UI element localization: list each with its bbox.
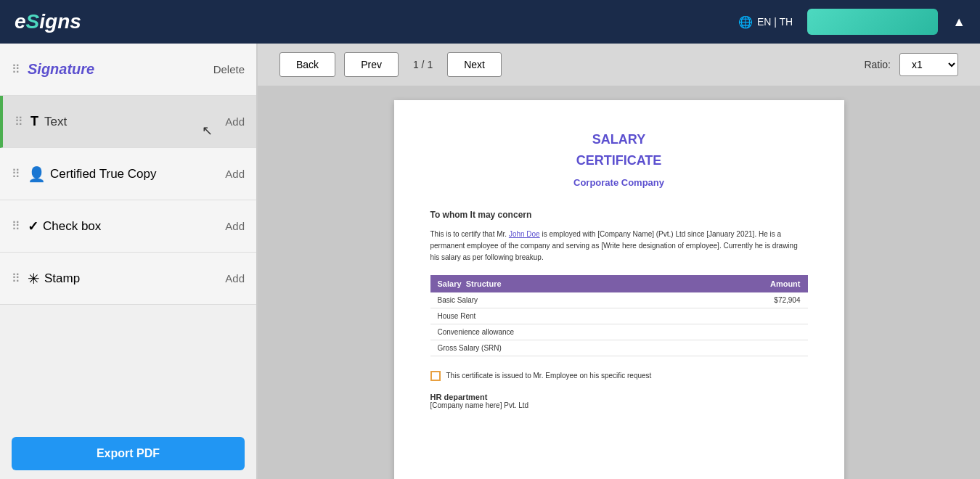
- doc-title: SALARY CERTIFICATE: [430, 129, 808, 171]
- row-amount: [684, 308, 808, 324]
- header-action-button[interactable]: [807, 9, 938, 35]
- drag-handle-certified[interactable]: ⠿: [12, 167, 20, 181]
- globe-icon: 🌐: [738, 15, 753, 29]
- language-selector[interactable]: 🌐 EN | TH: [738, 15, 793, 29]
- content-area: Back Prev 1 / 1 Next Ratio: x0.5 x0.75 x…: [258, 44, 980, 479]
- certified-icon: 👤: [28, 165, 46, 183]
- sidebar-item-certified[interactable]: ⠿ 👤 Certified True Copy Add: [0, 148, 256, 200]
- sidebar-export: Export PDF: [0, 428, 256, 479]
- certificate-checkbox[interactable]: [430, 371, 441, 381]
- company-footer: [Company name here] Pvt. Ltd: [430, 401, 808, 409]
- certified-label: Certified True Copy: [50, 167, 225, 181]
- header-right: 🌐 EN | TH ▲: [738, 9, 965, 35]
- row-label: House Rent: [430, 308, 684, 324]
- doc-body: This is to certify that Mr. John Doe is …: [430, 229, 808, 263]
- table-row: Basic Salary$72,904: [430, 292, 808, 308]
- text-label: Text: [44, 115, 225, 129]
- hr-department: HR department: [430, 393, 808, 401]
- col-structure: Salary Structure: [430, 275, 684, 292]
- row-amount: [684, 324, 808, 340]
- text-type-icon: T: [30, 114, 38, 129]
- chevron-up-icon[interactable]: ▲: [952, 15, 965, 30]
- add-text-button[interactable]: Add: [225, 115, 245, 128]
- drag-handle-checkbox[interactable]: ⠿: [12, 219, 20, 233]
- header: eSigns 🌐 EN | TH ▲: [0, 0, 980, 44]
- stamp-icon: ✳: [28, 270, 40, 287]
- sidebar: ⠿ Signature Delete ⠿ T Text Add ↖ ⠿ 👤 Ce…: [0, 44, 258, 479]
- row-label: Basic Salary: [430, 292, 684, 308]
- export-pdf-button[interactable]: Export PDF: [12, 437, 245, 470]
- doc-subtitle: Corporate Company: [430, 177, 808, 188]
- stamp-label: Stamp: [44, 271, 225, 286]
- document-viewer: SALARY CERTIFICATE Corporate Company To …: [258, 86, 980, 479]
- sidebar-item-stamp[interactable]: ⠿ ✳ Stamp Add: [0, 253, 256, 305]
- sidebar-item-text[interactable]: ⠿ T Text Add ↖: [0, 96, 256, 148]
- language-label: EN | TH: [757, 16, 793, 28]
- ratio-label: Ratio:: [864, 59, 891, 70]
- next-button[interactable]: Next: [447, 52, 502, 77]
- cursor-icon: ↖: [202, 123, 213, 139]
- back-button[interactable]: Back: [279, 52, 335, 77]
- prev-button[interactable]: Prev: [344, 52, 399, 77]
- page-info: 1 / 1: [407, 59, 438, 70]
- col-amount: Amount: [684, 275, 808, 292]
- certificate-text: This certificate is issued to Mr. Employ…: [446, 372, 652, 380]
- row-amount: $72,904: [684, 292, 808, 308]
- body-text: This is to certify that Mr.: [430, 230, 507, 238]
- main-layout: ⠿ Signature Delete ⠿ T Text Add ↖ ⠿ 👤 Ce…: [0, 44, 980, 479]
- sidebar-items: ⠿ Signature Delete ⠿ T Text Add ↖ ⠿ 👤 Ce…: [0, 44, 256, 428]
- row-amount: [684, 340, 808, 356]
- logo: eSigns: [15, 10, 81, 33]
- signature-label: Signature: [28, 61, 213, 78]
- salary-table: Salary Structure Amount Basic Salary$72,…: [430, 275, 808, 356]
- table-row: Convenience allowance: [430, 324, 808, 340]
- row-label: Gross Salary (SRN): [430, 340, 684, 356]
- doc-concern: To whom It may concern: [430, 210, 808, 220]
- checkbox-label: Check box: [43, 219, 225, 234]
- delete-signature-button[interactable]: Delete: [213, 63, 245, 75]
- toolbar: Back Prev 1 / 1 Next Ratio: x0.5 x0.75 x…: [258, 44, 980, 86]
- row-label: Convenience allowance: [430, 324, 684, 340]
- add-stamp-button[interactable]: Add: [225, 272, 245, 284]
- drag-handle-text[interactable]: ⠿: [15, 115, 23, 128]
- sidebar-item-signature[interactable]: ⠿ Signature Delete: [0, 44, 256, 96]
- ratio-select[interactable]: x0.5 x0.75 x1 x1.25 x1.5: [899, 53, 958, 76]
- employee-name: John Doe: [509, 230, 540, 238]
- table-row: Gross Salary (SRN): [430, 340, 808, 356]
- document-page: SALARY CERTIFICATE Corporate Company To …: [394, 100, 844, 479]
- table-row: House Rent: [430, 308, 808, 324]
- certificate-checkbox-row: This certificate is issued to Mr. Employ…: [430, 371, 808, 381]
- checkbox-icon: ✓: [28, 218, 38, 234]
- sidebar-item-checkbox[interactable]: ⠿ ✓ Check box Add: [0, 200, 256, 253]
- add-checkbox-button[interactable]: Add: [225, 220, 245, 232]
- add-certified-button[interactable]: Add: [225, 168, 245, 180]
- drag-handle-stamp[interactable]: ⠿: [12, 271, 20, 285]
- drag-handle-signature[interactable]: ⠿: [12, 62, 20, 76]
